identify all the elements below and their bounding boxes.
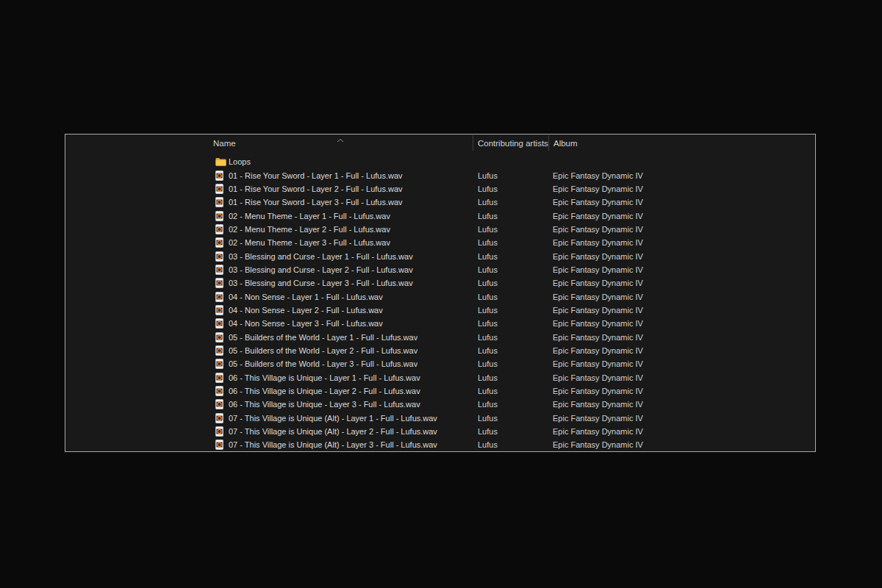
row-icon-box — [215, 265, 226, 275]
album-label: Epic Fantasy Dynamic IV — [553, 252, 643, 261]
artist-label: Lufus — [478, 212, 498, 220]
album-label: Epic Fantasy Dynamic IV — [553, 427, 643, 436]
row-artist-cell: Lufus — [473, 414, 548, 423]
audio-file-icon — [215, 237, 223, 248]
row-icon-box — [215, 251, 226, 262]
column-header-name[interactable]: Name — [213, 135, 236, 151]
file-row[interactable]: 05 - Builders of the World - Layer 1 - F… — [65, 330, 815, 343]
row-icon-box — [215, 440, 226, 450]
file-row[interactable]: 07 - This Village is Unique (Alt) - Laye… — [65, 425, 815, 438]
file-row[interactable]: 03 - Blessing and Curse - Layer 3 - Full… — [65, 276, 815, 290]
row-album-cell: Epic Fantasy Dynamic IV — [548, 414, 815, 423]
file-row[interactable]: 04 - Non Sense - Layer 1 - Full - Lufus.… — [65, 290, 815, 303]
file-row[interactable]: 05 - Builders of the World - Layer 2 - F… — [65, 344, 815, 357]
row-name-cell: 01 - Rise Your Sword - Layer 1 - Full - … — [65, 171, 473, 181]
row-album-cell: Epic Fantasy Dynamic IV — [548, 252, 815, 261]
row-artist-cell: Lufus — [473, 333, 548, 342]
row-album-cell: Epic Fantasy Dynamic IV — [548, 373, 815, 382]
file-name-label: 02 - Menu Theme - Layer 3 - Full - Lufus… — [229, 238, 390, 247]
file-row[interactable]: 05 - Builders of the World - Layer 3 - F… — [65, 357, 815, 370]
audio-file-icon — [215, 278, 223, 288]
row-artist-cell: Lufus — [473, 252, 548, 261]
artist-label: Lufus — [478, 346, 498, 355]
album-label: Epic Fantasy Dynamic IV — [553, 293, 643, 301]
artist-label: Lufus — [478, 333, 498, 342]
album-label: Epic Fantasy Dynamic IV — [553, 373, 643, 382]
row-icon-box — [215, 359, 226, 369]
album-label: Epic Fantasy Dynamic IV — [553, 400, 643, 409]
row-name-cell: 03 - Blessing and Curse - Layer 1 - Full… — [65, 251, 473, 262]
row-artist-cell: Lufus — [473, 293, 548, 301]
artist-label: Lufus — [478, 198, 498, 207]
file-row[interactable]: 06 - This Village is Unique - Layer 3 - … — [65, 398, 815, 411]
file-row[interactable]: 02 - Menu Theme - Layer 3 - Full - Lufus… — [65, 236, 815, 249]
row-icon-box — [215, 345, 226, 356]
file-row[interactable]: 06 - This Village is Unique - Layer 2 - … — [65, 384, 815, 398]
row-album-cell: Epic Fantasy Dynamic IV — [548, 279, 815, 287]
file-row[interactable]: 07 - This Village is Unique (Alt) - Laye… — [65, 438, 815, 451]
file-row[interactable]: 02 - Menu Theme - Layer 2 - Full - Lufus… — [65, 223, 815, 236]
file-name-label: 03 - Blessing and Curse - Layer 2 - Full… — [229, 265, 413, 274]
file-name-label: 06 - This Village is Unique - Layer 1 - … — [229, 373, 420, 382]
row-artist-cell: Lufus — [473, 427, 548, 436]
file-name-label: 02 - Menu Theme - Layer 1 - Full - Lufus… — [229, 212, 390, 220]
audio-file-icon — [215, 318, 223, 329]
row-icon-box — [215, 413, 226, 423]
file-row[interactable]: 02 - Menu Theme - Layer 1 - Full - Lufus… — [65, 209, 815, 222]
album-label: Epic Fantasy Dynamic IV — [553, 359, 643, 368]
row-artist-cell: Lufus — [473, 198, 548, 207]
file-name-label: 03 - Blessing and Curse - Layer 1 - Full… — [229, 252, 413, 261]
row-album-cell: Epic Fantasy Dynamic IV — [548, 319, 815, 328]
file-row[interactable]: 03 - Blessing and Curse - Layer 2 - Full… — [65, 263, 815, 276]
row-album-cell: Epic Fantasy Dynamic IV — [548, 265, 815, 274]
audio-file-icon — [215, 292, 223, 302]
row-artist-cell: Lufus — [473, 171, 548, 180]
file-name-label: 05 - Builders of the World - Layer 1 - F… — [229, 333, 417, 342]
row-name-cell: 06 - This Village is Unique - Layer 1 - … — [65, 373, 473, 383]
row-icon-box — [215, 305, 226, 315]
audio-file-icon — [215, 373, 223, 383]
column-header-contributing-artists[interactable]: Contributing artists — [473, 135, 548, 151]
audio-file-icon — [215, 345, 223, 356]
column-header-album[interactable]: Album — [548, 135, 700, 151]
column-header-artists-label: Contributing artists — [478, 139, 548, 148]
row-name-cell: 02 - Menu Theme - Layer 2 - Full - Lufus… — [65, 224, 473, 234]
artist-label: Lufus — [478, 184, 498, 193]
artist-label: Lufus — [478, 427, 498, 436]
row-name-cell: 07 - This Village is Unique (Alt) - Laye… — [65, 413, 473, 423]
artist-label: Lufus — [478, 400, 498, 409]
audio-file-icon — [215, 171, 223, 181]
row-artist-cell: Lufus — [473, 400, 548, 409]
file-row[interactable]: 01 - Rise Your Sword - Layer 2 - Full - … — [65, 182, 815, 196]
album-label: Epic Fantasy Dynamic IV — [553, 265, 643, 274]
file-row[interactable]: 01 - Rise Your Sword - Layer 1 - Full - … — [65, 168, 815, 182]
file-row[interactable]: 03 - Blessing and Curse - Layer 1 - Full… — [65, 249, 815, 262]
file-name-label: Loops — [229, 157, 251, 166]
row-name-cell: 04 - Non Sense - Layer 3 - Full - Lufus.… — [65, 318, 473, 329]
file-row[interactable]: 06 - This Village is Unique - Layer 1 - … — [65, 371, 815, 384]
column-headers: Name Contributing artists Album — [65, 135, 815, 152]
column-header-album-label: Album — [553, 139, 578, 148]
file-row[interactable]: 04 - Non Sense - Layer 3 - Full - Lufus.… — [65, 317, 815, 330]
audio-file-icon — [215, 224, 223, 234]
file-name-label: 05 - Builders of the World - Layer 2 - F… — [229, 346, 417, 355]
artist-label: Lufus — [478, 279, 498, 287]
row-artist-cell: Lufus — [473, 184, 548, 193]
row-artist-cell: Lufus — [473, 373, 548, 382]
row-icon-box — [215, 184, 226, 194]
row-icon-box — [215, 197, 226, 207]
folder-row[interactable]: Loops — [65, 155, 815, 168]
file-row[interactable]: 01 - Rise Your Sword - Layer 3 - Full - … — [65, 196, 815, 209]
file-row[interactable]: 07 - This Village is Unique (Alt) - Laye… — [65, 412, 815, 425]
folder-icon — [215, 157, 226, 166]
row-name-cell: 02 - Menu Theme - Layer 1 - Full - Lufus… — [65, 211, 473, 221]
album-label: Epic Fantasy Dynamic IV — [553, 387, 643, 395]
audio-file-icon — [215, 426, 223, 437]
row-icon-box — [215, 278, 226, 288]
file-name-label: 07 - This Village is Unique (Alt) - Laye… — [229, 440, 437, 449]
row-name-cell: 01 - Rise Your Sword - Layer 3 - Full - … — [65, 197, 473, 207]
audio-file-icon — [215, 211, 223, 221]
file-row[interactable]: 04 - Non Sense - Layer 2 - Full - Lufus.… — [65, 304, 815, 317]
artist-label: Lufus — [478, 306, 498, 315]
row-album-cell: Epic Fantasy Dynamic IV — [548, 427, 815, 436]
